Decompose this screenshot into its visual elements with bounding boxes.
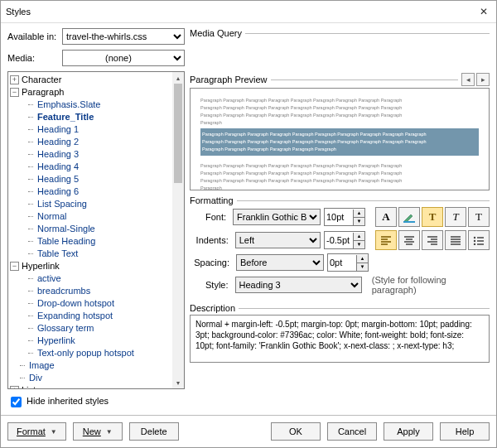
pencil-icon <box>403 211 416 223</box>
close-icon[interactable]: ✕ <box>476 6 491 17</box>
dialog-title: Styles <box>6 7 31 17</box>
align-left-icon <box>380 235 392 245</box>
tree-item[interactable]: Expanding hotspot <box>10 310 171 322</box>
tree-item-label: List Spacing <box>37 198 87 210</box>
tree-item[interactable]: Heading 5 <box>10 173 171 185</box>
indents-value-spinner[interactable]: ▲▼ <box>324 231 365 249</box>
tree-node-list[interactable]: +List <box>10 384 171 388</box>
spin-up-icon[interactable]: ▲ <box>357 255 368 263</box>
available-in-combo[interactable]: travel-the-whirls.css <box>62 28 185 45</box>
tree-item-label: Paragraph <box>22 86 64 99</box>
tree-item-label: Feature_Title <box>37 111 94 123</box>
tree-item[interactable]: Table Heading <box>10 235 171 248</box>
bullets-button[interactable] <box>468 230 490 250</box>
spacing-side-combo[interactable]: Before <box>236 254 324 271</box>
tree-item[interactable]: Heading 4 <box>10 161 171 173</box>
preview-line: Paragraph Paragraph Paragraph Paragraph … <box>200 162 479 170</box>
tree-node-image[interactable]: Image <box>10 359 171 372</box>
tree-item-label: Drop-down hotspot <box>37 297 114 310</box>
font-picker-button[interactable]: A <box>375 207 397 227</box>
tree-item-label: Heading 6 <box>37 185 79 198</box>
tree-item[interactable]: Table Text <box>10 248 171 260</box>
media-combo[interactable]: (none) <box>62 50 185 66</box>
font-size-spinner[interactable]: ▲▼ <box>324 208 365 226</box>
align-center-icon <box>403 235 415 245</box>
preview-next-icon[interactable]: ▸ <box>476 73 490 86</box>
scroll-thumb[interactable] <box>174 84 182 183</box>
bullets-icon <box>473 235 485 245</box>
new-button[interactable]: New▼ <box>73 422 123 441</box>
font-size-input[interactable] <box>325 210 353 224</box>
help-button[interactable]: Help <box>440 422 490 441</box>
font-color-button[interactable] <box>398 207 420 227</box>
scroll-up-icon[interactable]: ▴ <box>172 72 184 84</box>
tree-item[interactable]: Emphasis.Slate <box>10 99 171 111</box>
delete-button[interactable]: Delete <box>129 422 179 441</box>
tree-item-label: Table Text <box>37 248 78 260</box>
tree-item-label: Character <box>22 74 61 86</box>
preview-prev-icon[interactable]: ◂ <box>461 73 475 86</box>
tree-item-label: Glossary term <box>37 322 94 335</box>
spin-up-icon[interactable]: ▲ <box>354 233 364 240</box>
hide-inherited-label: Hide inherited styles <box>27 396 109 406</box>
format-button[interactable]: Format▼ <box>7 422 66 441</box>
align-center-button[interactable] <box>398 230 420 250</box>
spin-down-icon[interactable]: ▼ <box>357 263 368 271</box>
expand-icon[interactable]: + <box>10 75 19 84</box>
tree-item[interactable]: Glossary term <box>10 322 171 335</box>
tree-item-label: Hyperlink <box>22 260 60 272</box>
indents-value-input[interactable] <box>325 233 353 248</box>
align-right-button[interactable] <box>422 230 443 250</box>
highlight-button[interactable]: T <box>422 207 443 227</box>
tree-node-hyperlink[interactable]: −Hyperlink <box>10 260 171 272</box>
tree-item[interactable]: breadcrumbs <box>10 285 171 297</box>
tree-item[interactable]: active <box>10 272 171 285</box>
spin-down-icon[interactable]: ▼ <box>354 240 364 248</box>
align-left-button[interactable] <box>375 230 397 250</box>
preview-line: Paragraph Paragraph Paragraph Paragraph … <box>200 97 479 104</box>
tree-item[interactable]: Heading 2 <box>10 136 171 148</box>
spacing-value-spinner[interactable]: ▲▼ <box>327 253 369 272</box>
tree-item[interactable]: Text-only popup hotspot <box>10 347 171 359</box>
preview-title: Paragraph Preview <box>190 75 268 84</box>
tree-item-label: Hyperlink <box>37 335 75 347</box>
scroll-down-icon[interactable]: ▾ <box>172 377 184 388</box>
tree-item[interactable]: Heading 1 <box>10 123 171 136</box>
tree-item[interactable]: Heading 3 <box>10 148 171 161</box>
tree-item-label: Expanding hotspot <box>37 310 113 322</box>
next-style-combo[interactable]: Heading 3 <box>235 277 362 293</box>
font-family-combo[interactable]: Franklin Gothic B <box>233 209 321 225</box>
hide-inherited-checkbox[interactable]: Hide inherited styles <box>7 396 109 406</box>
tree-item[interactable]: List Spacing <box>10 198 171 210</box>
tree-node-character[interactable]: +Character <box>10 74 171 86</box>
indents-side-combo[interactable]: Left <box>235 232 321 248</box>
titlebar: Styles ✕ <box>1 1 496 23</box>
tree-item[interactable]: Heading 6 <box>10 185 171 198</box>
regular-button[interactable]: T <box>468 207 490 227</box>
apply-button[interactable]: Apply <box>384 422 433 441</box>
expand-icon[interactable]: + <box>10 386 19 388</box>
svg-rect-0 <box>403 221 415 223</box>
collapse-icon[interactable]: − <box>10 262 19 271</box>
tree-item[interactable]: Feature_Title <box>10 111 171 123</box>
tree-item[interactable]: Normal <box>10 210 171 223</box>
spin-down-icon[interactable]: ▼ <box>354 217 364 225</box>
ok-button[interactable]: OK <box>271 422 321 441</box>
collapse-icon[interactable]: − <box>10 88 19 97</box>
paragraph-preview: Paragraph Paragraph Paragraph Paragraph … <box>190 88 490 190</box>
tree-node-paragraph[interactable]: −Paragraph <box>10 86 171 99</box>
media-label: Media: <box>7 53 59 63</box>
tree-item[interactable]: Normal-Single <box>10 223 171 235</box>
hide-inherited-input[interactable] <box>11 397 22 407</box>
align-justify-button[interactable] <box>445 230 466 250</box>
tree-item[interactable]: Drop-down hotspot <box>10 297 171 310</box>
cancel-button[interactable]: Cancel <box>327 422 377 441</box>
italic-button[interactable]: T <box>445 207 466 227</box>
spacing-value-input[interactable] <box>328 255 356 270</box>
spin-up-icon[interactable]: ▲ <box>354 210 364 217</box>
preview-line: Paragraph Paragraph Paragraph Paragraph … <box>202 146 477 153</box>
tree-item[interactable]: Hyperlink <box>10 335 171 347</box>
tree-item-label: List <box>22 384 36 388</box>
tree-node-div[interactable]: Div <box>10 372 171 384</box>
tree-scrollbar[interactable]: ▴ ▾ <box>172 72 184 388</box>
